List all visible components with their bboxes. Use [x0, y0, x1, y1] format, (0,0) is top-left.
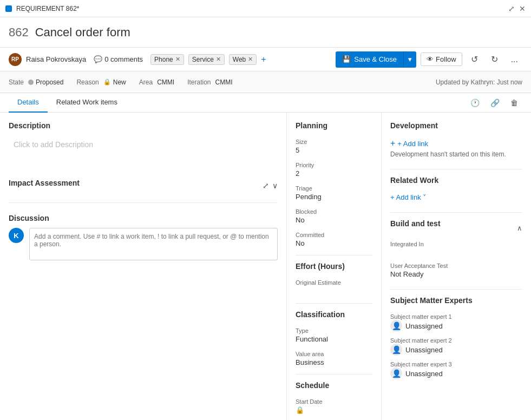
- sme-avatar-1: 👤: [390, 320, 402, 332]
- original-estimate-field: Original Estimate: [296, 279, 372, 296]
- comment-icon: 💬: [94, 55, 102, 63]
- tag-service[interactable]: Service ✕: [188, 54, 225, 65]
- collapse-icon[interactable]: ∨: [272, 181, 278, 190]
- tab-related-work-items[interactable]: Related Work items: [48, 93, 126, 113]
- state-dot: [28, 80, 34, 85]
- sme-avatar-3: 👤: [390, 368, 402, 379]
- impact-assessment-section: Impact Assessment ⤢ ∨: [9, 179, 278, 203]
- sme-value-2[interactable]: Unassigned: [405, 346, 443, 354]
- size-value[interactable]: 5: [296, 146, 372, 154]
- schedule-title: Schedule: [296, 381, 372, 392]
- redo-button[interactable]: ↻: [487, 52, 502, 67]
- discussion-title: Discussion: [9, 214, 278, 222]
- classification-title: Classification: [296, 310, 372, 321]
- lock-icon: 🔒: [103, 78, 111, 86]
- tab-details[interactable]: Details: [9, 93, 48, 113]
- work-item-title[interactable]: Cancel order form: [35, 25, 130, 40]
- original-estimate-value[interactable]: [296, 287, 372, 296]
- save-close-dropdown[interactable]: ▾: [404, 51, 416, 68]
- title-bar-left: REQUIREMENT 862*: [5, 5, 79, 12]
- header-row: 862 Cancel order form: [0, 17, 531, 48]
- discussion-input-row: K: [9, 228, 278, 260]
- content-area: Description Click to add Description Imp…: [0, 113, 531, 420]
- related-work-title: Related Work: [390, 176, 522, 187]
- tabs-row: Details Related Work items 🕐 🔗 🗑: [0, 93, 531, 113]
- development-section: Development + + Add link Development has…: [390, 121, 522, 158]
- type-value[interactable]: Functional: [296, 335, 372, 343]
- expand-icon[interactable]: ⤢: [263, 181, 269, 190]
- work-item-number: 862: [9, 25, 29, 40]
- undo-button[interactable]: ↺: [467, 52, 482, 67]
- tag-phone[interactable]: Phone ✕: [150, 54, 184, 65]
- committed-field: Committed No: [296, 232, 372, 247]
- add-tag-button[interactable]: +: [261, 55, 266, 64]
- right-panel: Development + + Add link Development has…: [382, 113, 531, 420]
- integrated-in-field: Integrated In: [390, 241, 522, 256]
- toolbar-row: RP Raisa Pokrovskaya 💬 0 comments Phone …: [0, 48, 531, 71]
- sme-group-3: Subject matter expert 3 👤 Unassigned: [390, 361, 452, 379]
- state-value[interactable]: Proposed: [28, 78, 63, 86]
- triage-value[interactable]: Pending: [296, 193, 372, 201]
- tag-web[interactable]: Web ✕: [229, 54, 257, 65]
- close-button[interactable]: ✕: [519, 4, 526, 13]
- save-icon: 💾: [342, 55, 351, 63]
- related-work-add-link-button[interactable]: + Add link ˅: [390, 193, 522, 201]
- development-title: Development: [390, 121, 522, 132]
- comment-button[interactable]: 💬 0 comments: [90, 54, 146, 64]
- build-test-section: Build and test ∧ Integrated In User Acce…: [390, 219, 522, 278]
- priority-field: Priority 2: [296, 162, 372, 178]
- remove-service-tag[interactable]: ✕: [216, 56, 221, 63]
- value-area-field: Value area Business: [296, 351, 372, 366]
- committed-value[interactable]: No: [296, 239, 372, 247]
- remove-phone-tag[interactable]: ✕: [175, 56, 180, 63]
- user-acceptance-field: User Acceptance Test Not Ready: [390, 262, 522, 278]
- iteration-value[interactable]: CMMI: [215, 78, 233, 86]
- eye-icon: 👁: [427, 55, 434, 63]
- left-panel: Description Click to add Description Imp…: [0, 113, 287, 420]
- start-date-value[interactable]: 🔒: [296, 406, 372, 414]
- build-test-collapse[interactable]: ∧: [517, 224, 522, 232]
- user-name[interactable]: Raisa Pokrovskaya: [26, 55, 86, 63]
- remove-web-tag[interactable]: ✕: [248, 56, 253, 63]
- description-input[interactable]: Click to add Description: [9, 135, 278, 168]
- delete-icon[interactable]: 🗑: [506, 96, 522, 109]
- start-date-field: Start Date 🔒: [296, 398, 372, 414]
- user-acceptance-value[interactable]: Not Ready: [390, 270, 522, 278]
- save-close-button[interactable]: 💾 Save & Close ▾: [336, 51, 416, 68]
- integrated-in-value[interactable]: [390, 248, 522, 256]
- value-area-value[interactable]: Business: [296, 358, 372, 366]
- blocked-field: Blocked No: [296, 208, 372, 224]
- link-icon[interactable]: 🔗: [486, 96, 504, 109]
- development-add-link-button[interactable]: + + Add link: [390, 139, 522, 148]
- blocked-value[interactable]: No: [296, 216, 372, 224]
- area-pair: Area CMMI: [139, 78, 174, 86]
- title-bar: REQUIREMENT 862* ⤢ ✕: [0, 0, 531, 17]
- sme-value-1[interactable]: Unassigned: [405, 322, 443, 330]
- reason-pair: Reason 🔒 New: [76, 78, 126, 86]
- more-button[interactable]: ...: [507, 52, 522, 67]
- build-test-header: Build and test ∧: [390, 219, 522, 237]
- sme-item-3: Subject matter expert 3 👤 Unassigned: [390, 361, 522, 379]
- impact-title: Impact Assessment: [9, 179, 80, 187]
- description-title: Description: [9, 121, 278, 130]
- priority-value[interactable]: 2: [296, 169, 372, 178]
- sme-avatar-2: 👤: [390, 344, 402, 356]
- planning-title: Planning: [296, 121, 372, 132]
- reason-value[interactable]: 🔒 New: [103, 78, 126, 86]
- area-value[interactable]: CMMI: [157, 78, 174, 86]
- history-icon[interactable]: 🕐: [466, 96, 484, 109]
- title-bar-text: REQUIREMENT 862*: [16, 5, 79, 12]
- avatar: RP: [9, 53, 22, 66]
- triage-field: Triage Pending: [296, 185, 372, 201]
- comment-avatar: K: [9, 228, 24, 243]
- sme-value-3[interactable]: Unassigned: [405, 370, 443, 378]
- related-work-section: Related Work + Add link ˅: [390, 176, 522, 201]
- updated-text: Updated by Kathryn: Just now: [436, 78, 522, 86]
- subject-matter-title: Subject Matter Experts: [390, 296, 522, 307]
- build-test-title: Build and test: [390, 219, 441, 230]
- follow-button[interactable]: 👁 Follow: [421, 52, 462, 66]
- minimize-button[interactable]: ⤢: [508, 4, 515, 13]
- calendar-lock-icon: 🔒: [296, 406, 304, 414]
- comment-textarea[interactable]: [29, 228, 278, 260]
- effort-title: Effort (Hours): [296, 262, 372, 273]
